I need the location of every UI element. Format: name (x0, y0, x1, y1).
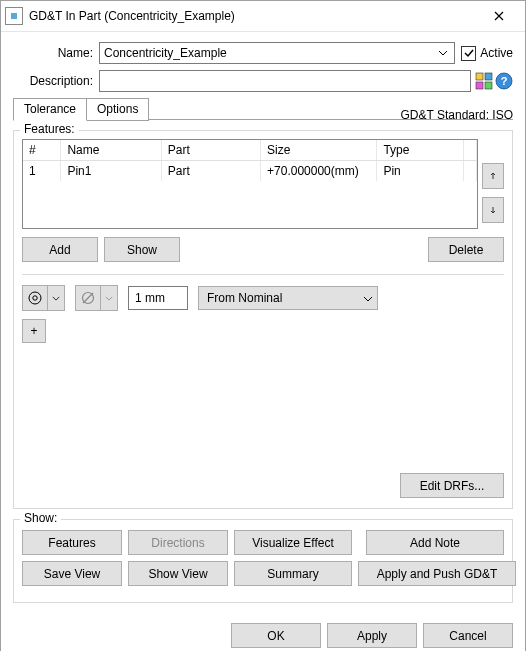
visualize-effect-button[interactable]: Visualize Effect (234, 530, 352, 555)
chevron-down-icon[interactable] (363, 291, 373, 305)
col-part[interactable]: Part (161, 140, 260, 161)
summary-button[interactable]: Summary (234, 561, 352, 586)
chevron-down-icon[interactable] (434, 44, 452, 62)
dialog-footer: OK Apply Cancel (1, 613, 525, 651)
col-num[interactable]: # (23, 140, 61, 161)
window: GD&T In Part (Concentricity_Example) Nam… (0, 0, 526, 651)
features-button[interactable]: Features (22, 530, 122, 555)
description-input[interactable] (99, 70, 471, 92)
move-down-button[interactable] (482, 197, 504, 223)
svg-point-7 (33, 296, 37, 300)
show-view-button[interactable]: Show View (128, 561, 228, 586)
col-name[interactable]: Name (61, 140, 161, 161)
svg-rect-0 (476, 73, 483, 80)
chevron-down-icon[interactable] (48, 286, 64, 310)
col-type[interactable]: Type (377, 140, 464, 161)
concentricity-icon (23, 286, 48, 310)
cell-name: Pin1 (61, 161, 161, 182)
app-icon (5, 7, 23, 25)
svg-rect-1 (485, 73, 492, 80)
svg-text:?: ? (501, 75, 508, 87)
modifier-select[interactable] (75, 285, 118, 311)
tab-options[interactable]: Options (87, 98, 149, 121)
tolerance-value-input[interactable]: 1 mm (128, 286, 188, 310)
svg-point-6 (29, 292, 41, 304)
show-legend: Show: (20, 511, 61, 525)
window-title: GD&T In Part (Concentricity_Example) (29, 9, 479, 23)
name-label: Name: (13, 46, 99, 60)
standard-label: GD&T Standard: ISO (401, 108, 514, 122)
cell-num: 1 (23, 161, 61, 182)
features-legend: Features: (20, 122, 79, 136)
tab-tolerance[interactable]: Tolerance (13, 98, 87, 121)
name-value: Concentricity_Example (104, 46, 434, 60)
delete-button[interactable]: Delete (428, 237, 504, 262)
chevron-down-icon[interactable] (101, 286, 117, 310)
add-note-button[interactable]: Add Note (366, 530, 504, 555)
cell-part: Part (161, 161, 260, 182)
titlebar: GD&T In Part (Concentricity_Example) (1, 1, 525, 32)
save-view-button[interactable]: Save View (22, 561, 122, 586)
edit-drfs-button[interactable]: Edit DRFs... (400, 473, 504, 498)
col-blank (464, 140, 477, 161)
help-icon[interactable]: ? (495, 72, 513, 90)
active-label: Active (480, 46, 513, 60)
description-label: Description: (13, 74, 99, 88)
features-table[interactable]: # Name Part Size Type 1 Pin1 (22, 139, 478, 229)
active-checkbox[interactable]: Active (461, 46, 513, 61)
origin-value: From Nominal (207, 291, 363, 305)
add-tolerance-button[interactable]: + (22, 319, 46, 343)
grid-colors-icon[interactable] (475, 72, 493, 90)
show-button[interactable]: Show (104, 237, 180, 262)
table-row[interactable]: 1 Pin1 Part +70.000000(mm) Pin (23, 161, 477, 182)
svg-rect-2 (476, 82, 483, 89)
origin-combo[interactable]: From Nominal (198, 286, 378, 310)
cell-size: +70.000000(mm) (261, 161, 377, 182)
checkbox-box (461, 46, 476, 61)
show-group: Show: Features Directions Visualize Effe… (13, 519, 513, 603)
features-group: Features: # Name Part Size Type (13, 130, 513, 509)
move-up-button[interactable] (482, 163, 504, 189)
cancel-button[interactable]: Cancel (423, 623, 513, 648)
svg-rect-3 (485, 82, 492, 89)
ok-button[interactable]: OK (231, 623, 321, 648)
tabs: Tolerance Options GD&T Standard: ISO (13, 98, 513, 120)
apply-button[interactable]: Apply (327, 623, 417, 648)
close-icon[interactable] (479, 2, 519, 30)
col-size[interactable]: Size (261, 140, 377, 161)
name-combo[interactable]: Concentricity_Example (99, 42, 455, 64)
add-button[interactable]: Add (22, 237, 98, 262)
tolerance-symbol-select[interactable] (22, 285, 65, 311)
apply-push-button[interactable]: Apply and Push GD&T (358, 561, 516, 586)
diameter-icon (76, 286, 101, 310)
cell-type: Pin (377, 161, 464, 182)
directions-button: Directions (128, 530, 228, 555)
